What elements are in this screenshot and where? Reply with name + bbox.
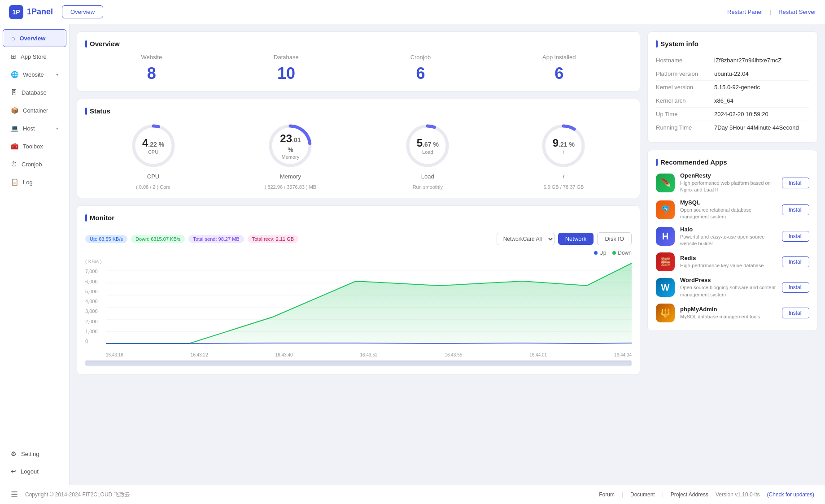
stat-database-label: Database: [274, 54, 299, 61]
gauge-load-num: 5.67 %: [417, 137, 439, 149]
sidebar-item-app-store[interactable]: ⊞ App Store: [3, 48, 66, 65]
logo: 1P 1Panel: [9, 5, 53, 19]
hamburger-icon[interactable]: ☰: [11, 490, 18, 500]
app-desc-mysql: Open source relational database manageme…: [680, 207, 777, 221]
sidebar-label-app-store: App Store: [21, 53, 47, 60]
stat-database-value: 10: [274, 64, 299, 83]
gauge-disk-num: 9.21 %: [553, 137, 575, 149]
sidebar-label-logout: Logout: [21, 468, 39, 475]
footer: ☰ Copyright © 2014-2024 FIT2CLOUD 飞致云 Fo…: [0, 485, 825, 504]
sysinfo-val-platform: ubuntu-22.04: [714, 70, 809, 77]
chart-scrollbar[interactable]: [85, 360, 632, 366]
sidebar-label-database: Database: [22, 89, 47, 96]
footer-project-link[interactable]: Project Address: [671, 491, 708, 498]
gauge-memory-label: Memory: [280, 173, 301, 180]
footer-document-link[interactable]: Document: [630, 491, 655, 498]
toolbox-icon: 🧰: [11, 143, 18, 150]
chart-area: ( KB/s ) 7,000 6,000 5,000 4,000 3,000 2…: [85, 259, 632, 357]
gauge-disk: 9.21 % / / 6.9 GB / 78.37 GB: [539, 121, 588, 190]
sidebar-item-log[interactable]: 📋 Log: [3, 174, 66, 191]
app-item-phpmyadmin: 🔱 phpMyAdmin MySQL database management t…: [656, 304, 809, 322]
sysinfo-val-running: 7Day 5Hour 44Minute 44Second: [714, 124, 809, 131]
sysinfo-key-kernel: Kernel version: [656, 84, 714, 91]
sidebar-item-toolbox[interactable]: 🧰 Toolbox: [3, 138, 66, 155]
app-info-mysql: MySQL Open source relational database ma…: [680, 199, 777, 221]
install-button-mysql[interactable]: Install: [782, 204, 809, 215]
sysinfo-key-platform: Platform version: [656, 70, 714, 77]
app-body: ⌂ Overview ⊞ App Store 🌐 Website ▾ 🗄 Dat…: [0, 24, 825, 485]
logo-icon: 1P: [9, 5, 23, 19]
network-button[interactable]: Network: [558, 233, 594, 245]
sysinfo-val-arch: x86_64: [714, 97, 809, 104]
stat-website: Website 8: [141, 54, 162, 83]
tab-overview[interactable]: Overview: [62, 5, 103, 18]
sidebar-label-container: Container: [23, 107, 48, 114]
sysinfo-row-platform: Platform version ubuntu-22.04: [656, 67, 809, 81]
sidebar-label-overview: Overview: [19, 35, 45, 42]
sidebar-item-setting[interactable]: ⚙ Setting: [3, 445, 66, 462]
sidebar-item-cronjob[interactable]: ⏱ Cronjob: [3, 156, 66, 173]
stat-website-value: 8: [141, 64, 162, 83]
footer-forum-link[interactable]: Forum: [599, 491, 615, 498]
install-button-redis[interactable]: Install: [782, 256, 809, 267]
chart-scrollbar-thumb[interactable]: [86, 361, 631, 365]
sidebar-item-logout[interactable]: ↩ Logout: [3, 463, 66, 480]
main-left: Overview Website 8 Database 10 Cronjob 6: [77, 31, 640, 478]
legend-up: Up: [594, 250, 606, 256]
legend-down-dot: [612, 251, 616, 255]
install-button-halo[interactable]: Install: [782, 231, 809, 242]
install-button-phpmyadmin[interactable]: Install: [782, 308, 809, 318]
app-info-phpmyadmin: phpMyAdmin MySQL database management too…: [680, 306, 777, 320]
sidebar-item-website[interactable]: 🌐 Website ▾: [3, 66, 66, 83]
sysinfo-key-uptime: Up Time: [656, 111, 714, 117]
app-name-redis: Redis: [680, 255, 777, 261]
gauge-disk-label: /: [563, 173, 565, 180]
app-info-wordpress: WordPress Open source blogging software …: [680, 277, 777, 298]
app-icon-mysql: 🐬: [656, 200, 675, 219]
home-icon: ⌂: [11, 35, 15, 42]
chart-y-labels: ( KB/s ) 7,000 6,000 5,000 4,000 3,000 2…: [85, 259, 106, 344]
sysinfo-val-kernel: 5.15.0-92-generic: [714, 84, 809, 91]
gauge-memory: 23.01 % Memory Memory ( 822.96 / 3576.83…: [265, 121, 317, 190]
diskio-button[interactable]: Disk IO: [597, 232, 632, 245]
header-actions: Restart Panel | Restart Server: [727, 9, 816, 15]
stat-app-installed-value: 6: [542, 64, 576, 83]
sidebar-item-host[interactable]: 💻 Host ▾: [3, 120, 66, 137]
app-list: 🪶 OpenResty High performance web platfor…: [656, 172, 809, 322]
sidebar-item-overview[interactable]: ⌂ Overview: [3, 29, 66, 47]
app-name-phpmyadmin: phpMyAdmin: [680, 306, 777, 313]
sidebar-item-container[interactable]: 📦 Container: [3, 102, 66, 119]
gauge-load: 5.67 % Load Load Run smoothly: [403, 121, 452, 190]
container-icon: 📦: [11, 107, 18, 114]
restart-panel-link[interactable]: Restart Panel: [727, 9, 763, 15]
recommended-apps-title: Recommended Apps: [656, 158, 809, 166]
network-card-select[interactable]: NetworkCard All: [497, 233, 554, 245]
app-item-redis: 🧱 Redis High-performance key-value datab…: [656, 252, 809, 271]
app-icon-halo: H: [656, 227, 675, 246]
app-desc-phpmyadmin: MySQL database management tools: [680, 313, 777, 320]
status-gauges: 4.22 % CPU CPU ( 0.08 / 2 ) Core: [85, 121, 632, 190]
app-desc-halo: Powerful and easy-to-use open source web…: [680, 234, 777, 248]
restart-server-link[interactable]: Restart Server: [778, 9, 816, 15]
footer-links: Forum | Document | Project Address Versi…: [599, 491, 814, 498]
network-chart-svg: [106, 259, 632, 344]
sidebar-bottom: ⚙ Setting ↩ Logout: [0, 441, 69, 480]
legend-up-dot: [594, 251, 598, 255]
recommended-apps-card: Recommended Apps 🪶 OpenResty High perfor…: [647, 150, 818, 331]
overview-card: Overview Website 8 Database 10 Cronjob 6: [77, 31, 640, 91]
main-right: System info Hostname iZf8zbanr27n94ibtxe…: [647, 31, 818, 478]
logout-icon: ↩: [11, 468, 16, 475]
install-button-openresty[interactable]: Install: [782, 178, 809, 188]
footer-check-updates[interactable]: (Check for updates): [767, 491, 814, 498]
top-header: 1P 1Panel Overview Restart Panel | Resta…: [0, 0, 825, 24]
sidebar-label-toolbox: Toolbox: [23, 143, 43, 150]
install-button-wordpress[interactable]: Install: [782, 282, 809, 293]
system-info-title: System info: [656, 40, 809, 48]
header-tabs: Overview: [62, 5, 103, 18]
sysinfo-val-hostname: iZf8zbanr27n94ibtxe7mcZ: [714, 57, 809, 64]
badge-recv: Total recv: 2.11 GB: [248, 235, 299, 243]
footer-copyright: Copyright © 2014-2024 FIT2CLOUD 飞致云: [25, 491, 130, 499]
sidebar-item-database[interactable]: 🗄 Database: [3, 84, 66, 101]
system-info-card: System info Hostname iZf8zbanr27n94ibtxe…: [647, 31, 818, 143]
badge-down: Down: 6315.07 KB/s: [131, 235, 185, 243]
